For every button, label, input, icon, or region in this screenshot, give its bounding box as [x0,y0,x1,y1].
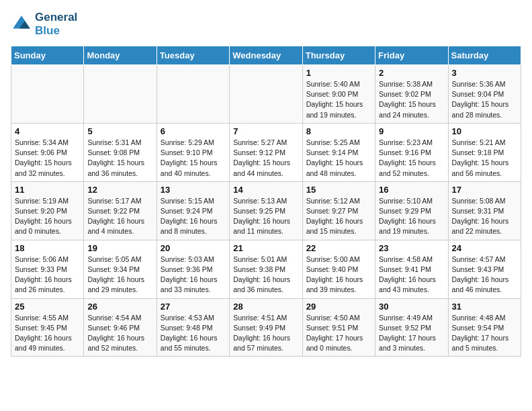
weekday-header: Thursday [302,46,375,65]
day-number: 5 [87,126,152,136]
day-info: Sunrise: 5:01 AM Sunset: 9:38 PM Dayligh… [233,255,298,295]
logo: General Blue [11,11,77,38]
calendar-cell: 25Sunrise: 4:55 AM Sunset: 9:45 PM Dayli… [11,298,84,357]
calendar-cell [230,65,302,124]
calendar-cell: 19Sunrise: 5:05 AM Sunset: 9:34 PM Dayli… [84,240,157,298]
day-info: Sunrise: 5:06 AM Sunset: 9:33 PM Dayligh… [15,255,80,295]
day-number: 28 [233,302,298,312]
day-info: Sunrise: 4:57 AM Sunset: 9:43 PM Dayligh… [452,255,517,295]
day-info: Sunrise: 4:50 AM Sunset: 9:51 PM Dayligh… [306,313,371,354]
logo-icon [11,13,32,35]
day-number: 25 [15,302,80,312]
day-number: 15 [306,185,371,195]
calendar-cell: 26Sunrise: 4:54 AM Sunset: 9:46 PM Dayli… [84,298,157,357]
day-info: Sunrise: 5:05 AM Sunset: 9:34 PM Dayligh… [87,255,152,295]
calendar-cell: 16Sunrise: 5:10 AM Sunset: 9:29 PM Dayli… [375,181,448,240]
day-number: 11 [15,185,80,195]
calendar-cell: 9Sunrise: 5:23 AM Sunset: 9:16 PM Daylig… [375,123,448,181]
day-number: 20 [161,243,226,253]
day-number: 2 [379,68,444,78]
day-number: 23 [379,243,444,253]
calendar-cell: 27Sunrise: 4:53 AM Sunset: 9:48 PM Dayli… [157,298,229,357]
calendar-cell: 18Sunrise: 5:06 AM Sunset: 9:33 PM Dayli… [11,240,84,298]
day-number: 30 [379,302,444,312]
calendar-cell: 22Sunrise: 5:00 AM Sunset: 9:40 PM Dayli… [302,240,375,298]
day-info: Sunrise: 5:38 AM Sunset: 9:02 PM Dayligh… [379,79,444,120]
day-info: Sunrise: 5:21 AM Sunset: 9:18 PM Dayligh… [452,138,517,179]
day-number: 18 [15,243,80,253]
day-info: Sunrise: 5:00 AM Sunset: 9:40 PM Dayligh… [306,255,371,295]
calendar-cell [157,65,229,124]
page-header: General Blue [11,11,521,38]
calendar-cell: 10Sunrise: 5:21 AM Sunset: 9:18 PM Dayli… [448,123,521,181]
calendar-cell: 24Sunrise: 4:57 AM Sunset: 9:43 PM Dayli… [448,240,521,298]
day-info: Sunrise: 5:10 AM Sunset: 9:29 PM Dayligh… [379,196,444,237]
day-info: Sunrise: 5:27 AM Sunset: 9:12 PM Dayligh… [233,138,298,179]
day-info: Sunrise: 4:51 AM Sunset: 9:49 PM Dayligh… [233,313,298,354]
calendar-cell [84,65,157,124]
day-number: 21 [233,243,298,253]
calendar-cell: 28Sunrise: 4:51 AM Sunset: 9:49 PM Dayli… [230,298,302,357]
day-number: 3 [452,68,517,78]
day-number: 9 [379,126,444,136]
day-number: 7 [233,126,298,136]
day-info: Sunrise: 4:54 AM Sunset: 9:46 PM Dayligh… [87,313,152,354]
day-info: Sunrise: 5:25 AM Sunset: 9:14 PM Dayligh… [306,138,371,179]
calendar-cell: 15Sunrise: 5:12 AM Sunset: 9:27 PM Dayli… [302,181,375,240]
day-info: Sunrise: 5:40 AM Sunset: 9:00 PM Dayligh… [306,79,371,120]
day-number: 19 [87,243,152,253]
calendar-cell: 6Sunrise: 5:29 AM Sunset: 9:10 PM Daylig… [157,123,229,181]
day-info: Sunrise: 5:31 AM Sunset: 9:08 PM Dayligh… [87,138,152,179]
day-number: 31 [452,302,517,312]
day-info: Sunrise: 5:08 AM Sunset: 9:31 PM Dayligh… [452,196,517,237]
day-number: 13 [161,185,226,195]
calendar-cell: 4Sunrise: 5:34 AM Sunset: 9:06 PM Daylig… [11,123,84,181]
calendar-cell: 23Sunrise: 4:58 AM Sunset: 9:41 PM Dayli… [375,240,448,298]
day-number: 16 [379,185,444,195]
calendar-cell: 11Sunrise: 5:19 AM Sunset: 9:20 PM Dayli… [11,181,84,240]
calendar-week-row: 1Sunrise: 5:40 AM Sunset: 9:00 PM Daylig… [11,65,521,124]
day-info: Sunrise: 5:36 AM Sunset: 9:04 PM Dayligh… [452,79,517,120]
calendar-cell: 1Sunrise: 5:40 AM Sunset: 9:00 PM Daylig… [302,65,375,124]
weekday-header: Sunday [11,46,84,65]
day-number: 27 [161,302,226,312]
day-info: Sunrise: 5:15 AM Sunset: 9:24 PM Dayligh… [161,196,226,237]
calendar-cell: 5Sunrise: 5:31 AM Sunset: 9:08 PM Daylig… [84,123,157,181]
calendar-cell: 2Sunrise: 5:38 AM Sunset: 9:02 PM Daylig… [375,65,448,124]
calendar-table: SundayMondayTuesdayWednesdayThursdayFrid… [11,46,521,357]
day-number: 12 [87,185,152,195]
day-number: 8 [306,126,371,136]
calendar-cell: 8Sunrise: 5:25 AM Sunset: 9:14 PM Daylig… [302,123,375,181]
weekday-header: Friday [375,46,448,65]
calendar-cell: 31Sunrise: 4:48 AM Sunset: 9:54 PM Dayli… [448,298,521,357]
calendar-cell: 30Sunrise: 4:49 AM Sunset: 9:52 PM Dayli… [375,298,448,357]
calendar-cell [11,65,84,124]
calendar-week-row: 18Sunrise: 5:06 AM Sunset: 9:33 PM Dayli… [11,240,521,298]
day-number: 17 [452,185,517,195]
day-info: Sunrise: 5:12 AM Sunset: 9:27 PM Dayligh… [306,196,371,237]
day-info: Sunrise: 5:13 AM Sunset: 9:25 PM Dayligh… [233,196,298,237]
day-number: 29 [306,302,371,312]
day-info: Sunrise: 5:19 AM Sunset: 9:20 PM Dayligh… [15,196,80,237]
day-info: Sunrise: 5:17 AM Sunset: 9:22 PM Dayligh… [87,196,152,237]
weekday-header: Tuesday [157,46,229,65]
day-info: Sunrise: 4:58 AM Sunset: 9:41 PM Dayligh… [379,255,444,295]
day-info: Sunrise: 5:23 AM Sunset: 9:16 PM Dayligh… [379,138,444,179]
calendar-cell: 29Sunrise: 4:50 AM Sunset: 9:51 PM Dayli… [302,298,375,357]
day-number: 4 [15,126,80,136]
logo-text: General Blue [35,11,77,38]
day-info: Sunrise: 4:49 AM Sunset: 9:52 PM Dayligh… [379,313,444,354]
weekday-header: Saturday [448,46,521,65]
day-info: Sunrise: 4:53 AM Sunset: 9:48 PM Dayligh… [161,313,226,354]
calendar-week-row: 11Sunrise: 5:19 AM Sunset: 9:20 PM Dayli… [11,181,521,240]
day-number: 22 [306,243,371,253]
day-info: Sunrise: 5:34 AM Sunset: 9:06 PM Dayligh… [15,138,80,179]
calendar-week-row: 25Sunrise: 4:55 AM Sunset: 9:45 PM Dayli… [11,298,521,357]
calendar-cell: 12Sunrise: 5:17 AM Sunset: 9:22 PM Dayli… [84,181,157,240]
calendar-cell: 13Sunrise: 5:15 AM Sunset: 9:24 PM Dayli… [157,181,229,240]
weekday-header: Wednesday [230,46,302,65]
day-number: 26 [87,302,152,312]
weekday-header: Monday [84,46,157,65]
calendar-week-row: 4Sunrise: 5:34 AM Sunset: 9:06 PM Daylig… [11,123,521,181]
day-info: Sunrise: 4:48 AM Sunset: 9:54 PM Dayligh… [452,313,517,354]
